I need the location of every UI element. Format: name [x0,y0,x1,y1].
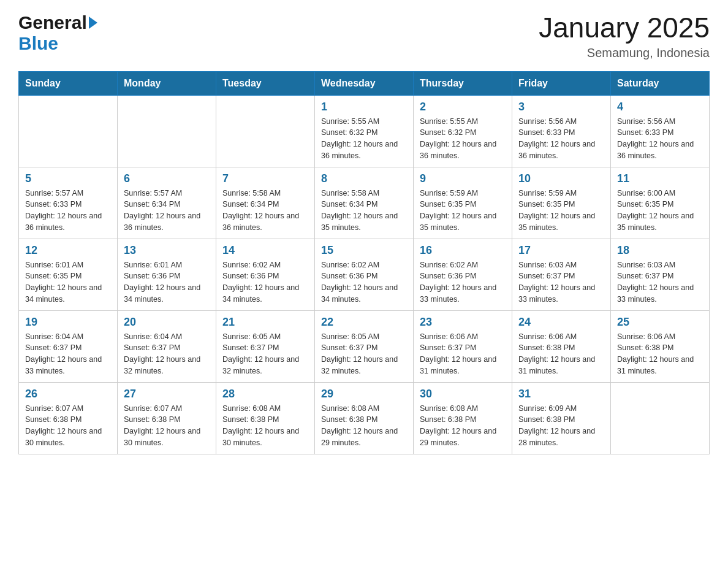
calendar-cell: 20Sunrise: 6:04 AMSunset: 6:37 PMDayligh… [118,310,216,382]
day-number: 28 [222,388,308,400]
week-row-2: 5Sunrise: 5:57 AMSunset: 6:33 PMDaylight… [19,167,710,239]
day-number: 16 [420,244,506,257]
day-info: Sunrise: 6:01 AMSunset: 6:35 PMDaylight:… [25,259,111,305]
title-area: January 2025 Semamung, Indonesia [539,12,710,60]
calendar-cell: 2Sunrise: 5:55 AMSunset: 6:32 PMDaylight… [414,95,512,167]
day-number: 7 [222,172,308,185]
day-of-week-thursday: Thursday [414,71,512,95]
day-of-week-monday: Monday [118,71,216,95]
calendar-cell: 27Sunrise: 6:07 AMSunset: 6:38 PMDayligh… [118,382,216,454]
day-number: 29 [321,388,407,400]
calendar-cell: 19Sunrise: 6:04 AMSunset: 6:37 PMDayligh… [19,310,118,382]
day-number: 6 [124,172,210,185]
day-number: 21 [222,316,308,329]
calendar-cell [216,95,315,167]
day-info: Sunrise: 5:59 AMSunset: 6:35 PMDaylight:… [518,188,604,234]
logo: General Blue [18,12,97,54]
day-number: 20 [124,316,210,329]
day-number: 9 [420,172,506,185]
week-row-1: 1Sunrise: 5:55 AMSunset: 6:32 PMDaylight… [19,95,710,167]
calendar-cell: 26Sunrise: 6:07 AMSunset: 6:38 PMDayligh… [19,382,118,454]
day-info: Sunrise: 6:03 AMSunset: 6:37 PMDaylight:… [617,259,703,305]
day-info: Sunrise: 6:04 AMSunset: 6:37 PMDaylight:… [25,331,111,377]
day-info: Sunrise: 5:55 AMSunset: 6:32 PMDaylight:… [321,116,407,162]
day-number: 13 [124,244,210,257]
calendar-cell: 6Sunrise: 5:57 AMSunset: 6:34 PMDaylight… [118,167,216,239]
day-info: Sunrise: 6:04 AMSunset: 6:37 PMDaylight:… [124,331,210,377]
header: General Blue January 2025 Semamung, Indo… [18,12,710,60]
day-number: 17 [518,244,604,257]
day-info: Sunrise: 5:57 AMSunset: 6:33 PMDaylight:… [25,188,111,234]
day-info: Sunrise: 5:56 AMSunset: 6:33 PMDaylight:… [518,116,604,162]
calendar-cell: 17Sunrise: 6:03 AMSunset: 6:37 PMDayligh… [512,239,611,310]
day-info: Sunrise: 6:02 AMSunset: 6:36 PMDaylight:… [222,259,308,305]
day-of-week-tuesday: Tuesday [216,71,315,95]
day-number: 14 [222,244,308,257]
day-number: 27 [124,388,210,400]
calendar-cell [19,95,118,167]
day-number: 18 [617,244,703,257]
calendar-cell: 23Sunrise: 6:06 AMSunset: 6:37 PMDayligh… [414,310,512,382]
day-info: Sunrise: 6:00 AMSunset: 6:35 PMDaylight:… [617,188,703,234]
calendar-table: SundayMondayTuesdayWednesdayThursdayFrid… [18,71,710,454]
day-number: 23 [420,316,506,329]
calendar-body: 1Sunrise: 5:55 AMSunset: 6:32 PMDaylight… [19,95,710,454]
day-number: 10 [518,172,604,185]
week-row-3: 12Sunrise: 6:01 AMSunset: 6:35 PMDayligh… [19,239,710,310]
day-number: 26 [25,388,111,400]
day-info: Sunrise: 6:05 AMSunset: 6:37 PMDaylight:… [222,331,308,377]
calendar-cell: 12Sunrise: 6:01 AMSunset: 6:35 PMDayligh… [19,239,118,310]
day-info: Sunrise: 6:08 AMSunset: 6:38 PMDaylight:… [321,403,407,449]
calendar-cell: 3Sunrise: 5:56 AMSunset: 6:33 PMDaylight… [512,95,611,167]
logo-general-text: General [18,12,87,33]
calendar-cell: 25Sunrise: 6:06 AMSunset: 6:38 PMDayligh… [611,310,710,382]
day-info: Sunrise: 6:02 AMSunset: 6:36 PMDaylight:… [420,259,506,305]
day-info: Sunrise: 6:06 AMSunset: 6:38 PMDaylight:… [518,331,604,377]
calendar-cell: 30Sunrise: 6:08 AMSunset: 6:38 PMDayligh… [414,382,512,454]
calendar-cell: 24Sunrise: 6:06 AMSunset: 6:38 PMDayligh… [512,310,611,382]
calendar-cell: 28Sunrise: 6:08 AMSunset: 6:38 PMDayligh… [216,382,315,454]
calendar-cell [118,95,216,167]
calendar-title: January 2025 [539,12,710,44]
calendar-cell: 21Sunrise: 6:05 AMSunset: 6:37 PMDayligh… [216,310,315,382]
day-info: Sunrise: 6:09 AMSunset: 6:38 PMDaylight:… [518,403,604,449]
week-row-4: 19Sunrise: 6:04 AMSunset: 6:37 PMDayligh… [19,310,710,382]
logo-blue-text: Blue [18,33,58,53]
calendar-cell: 1Sunrise: 5:55 AMSunset: 6:32 PMDaylight… [315,95,414,167]
day-number: 31 [518,388,604,400]
calendar-cell: 11Sunrise: 6:00 AMSunset: 6:35 PMDayligh… [611,167,710,239]
days-of-week-row: SundayMondayTuesdayWednesdayThursdayFrid… [19,71,710,95]
day-info: Sunrise: 6:08 AMSunset: 6:38 PMDaylight:… [420,403,506,449]
calendar-cell: 16Sunrise: 6:02 AMSunset: 6:36 PMDayligh… [414,239,512,310]
day-info: Sunrise: 6:05 AMSunset: 6:37 PMDaylight:… [321,331,407,377]
calendar-cell: 13Sunrise: 6:01 AMSunset: 6:36 PMDayligh… [118,239,216,310]
day-number: 30 [420,388,506,400]
day-of-week-sunday: Sunday [19,71,118,95]
calendar-cell: 14Sunrise: 6:02 AMSunset: 6:36 PMDayligh… [216,239,315,310]
day-of-week-friday: Friday [512,71,611,95]
calendar-cell: 10Sunrise: 5:59 AMSunset: 6:35 PMDayligh… [512,167,611,239]
day-number: 11 [617,172,703,185]
calendar-subtitle: Semamung, Indonesia [539,46,710,60]
day-info: Sunrise: 6:03 AMSunset: 6:37 PMDaylight:… [518,259,604,305]
day-number: 8 [321,172,407,185]
day-info: Sunrise: 6:01 AMSunset: 6:36 PMDaylight:… [124,259,210,305]
calendar-header: SundayMondayTuesdayWednesdayThursdayFrid… [19,71,710,95]
calendar-cell: 4Sunrise: 5:56 AMSunset: 6:33 PMDaylight… [611,95,710,167]
day-info: Sunrise: 6:06 AMSunset: 6:38 PMDaylight:… [617,331,703,377]
day-number: 15 [321,244,407,257]
day-info: Sunrise: 6:06 AMSunset: 6:37 PMDaylight:… [420,331,506,377]
day-info: Sunrise: 6:07 AMSunset: 6:38 PMDaylight:… [124,403,210,449]
day-info: Sunrise: 6:02 AMSunset: 6:36 PMDaylight:… [321,259,407,305]
day-of-week-saturday: Saturday [611,71,710,95]
day-info: Sunrise: 6:07 AMSunset: 6:38 PMDaylight:… [25,403,111,449]
calendar-cell: 8Sunrise: 5:58 AMSunset: 6:34 PMDaylight… [315,167,414,239]
calendar-cell: 29Sunrise: 6:08 AMSunset: 6:38 PMDayligh… [315,382,414,454]
day-info: Sunrise: 5:58 AMSunset: 6:34 PMDaylight:… [222,188,308,234]
calendar-cell: 5Sunrise: 5:57 AMSunset: 6:33 PMDaylight… [19,167,118,239]
day-info: Sunrise: 5:56 AMSunset: 6:33 PMDaylight:… [617,116,703,162]
calendar-cell: 18Sunrise: 6:03 AMSunset: 6:37 PMDayligh… [611,239,710,310]
logo-chevron-icon [89,17,97,29]
calendar-cell: 15Sunrise: 6:02 AMSunset: 6:36 PMDayligh… [315,239,414,310]
day-number: 24 [518,316,604,329]
